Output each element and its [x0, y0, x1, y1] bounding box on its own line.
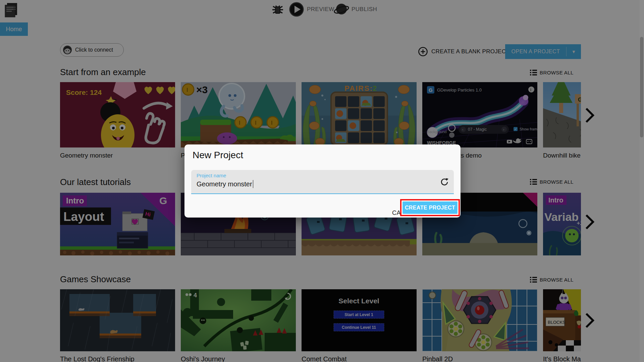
project-name-input[interactable]: Geometry monster	[197, 180, 253, 188]
dialog-title: New Project	[193, 150, 243, 161]
annotation-highlight-box: CREATE PROJECT	[400, 199, 460, 216]
gdevelop-window: PREVIEW PUBLISH Home Click to connect CR…	[0, 0, 644, 362]
refresh-icon[interactable]	[440, 177, 449, 187]
create-project-button[interactable]: CREATE PROJECT	[402, 201, 458, 214]
project-name-field[interactable]: Project name Geometry monster	[191, 170, 454, 194]
project-name-value: Geometry monster	[197, 180, 252, 188]
project-name-label: Project name	[197, 173, 226, 178]
text-cursor	[253, 180, 254, 188]
new-project-dialog: New Project Project name Geometry monste…	[184, 144, 461, 218]
